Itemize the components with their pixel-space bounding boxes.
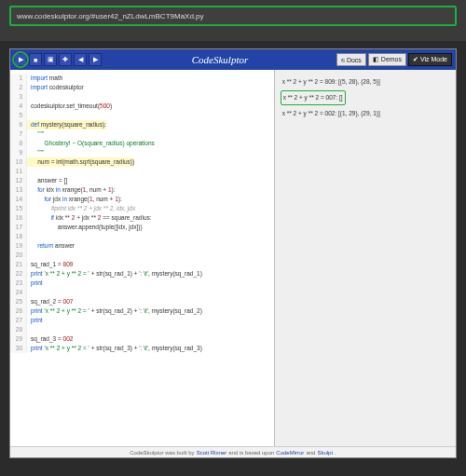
code-line[interactable]: 12 answer = []: [10, 176, 274, 185]
app-window: ▶ ■ ▣ ✚ ◀ ▶ CodeSkulptor ⎋ Docs ◧ Demos …: [9, 48, 457, 458]
line-number: 23: [10, 279, 27, 288]
output-line: x ** 2 + y ** 2 = 007: []: [281, 90, 346, 105]
code-text: codeskulptor.set_timeout(500): [27, 102, 112, 111]
code-text: sq_rad_3 = 002: [27, 334, 73, 344]
line-number: 14: [10, 195, 27, 204]
code-line[interactable]: 24: [10, 288, 274, 297]
open-icon: ▣: [48, 56, 54, 63]
line-number: 24: [10, 288, 27, 297]
code-text: sq_rad_1 = 809: [27, 260, 73, 269]
line-number: 4: [10, 102, 27, 111]
save-button[interactable]: ■: [29, 53, 42, 66]
line-number: 15: [10, 204, 27, 213]
docs-button[interactable]: ⎋ Docs: [336, 53, 366, 66]
code-text: print 'x ** 2 + y ** 2 = ' + str(sq_rad_…: [27, 269, 202, 279]
code-line[interactable]: 5: [10, 111, 274, 120]
code-text: answer = []: [27, 176, 67, 185]
line-number: 19: [10, 241, 27, 251]
output-line: x ** 2 + y ** 2 = 809: [(5, 28), (28, 5)…: [281, 75, 450, 88]
code-line[interactable]: 16 if idx ** 2 + jdx ** 2 == square_radi…: [10, 213, 274, 223]
code-line[interactable]: 11: [10, 167, 274, 176]
code-line[interactable]: 13 for idx in xrange(1, num + 1):: [10, 185, 274, 195]
line-number: 1: [10, 74, 27, 83]
line-number: 12: [10, 176, 27, 185]
code-text: print 'x ** 2 + y ** 2 = ' + str(sq_rad_…: [27, 306, 202, 316]
code-text: [27, 232, 33, 241]
code-line[interactable]: 21sq_rad_1 = 809: [10, 260, 274, 269]
line-number: 20: [10, 251, 27, 260]
code-line[interactable]: 29sq_rad_3 = 002: [10, 334, 274, 344]
code-text: print: [27, 279, 43, 288]
code-text: if idx ** 2 + jdx ** 2 == square_radius:: [27, 213, 152, 223]
output-line: x ** 2 + y ** 2 = 002: [(1, 29), (29, 1)…: [281, 107, 450, 120]
code-line[interactable]: 10 num = int(math.sqrt(square_radius)): [10, 157, 274, 167]
run-button[interactable]: ▶: [14, 53, 27, 66]
code-line[interactable]: 22print 'x ** 2 + y ** 2 = ' + str(sq_ra…: [10, 269, 274, 279]
code-line[interactable]: 15 #print idx ** 2 + jdx ** 2, idx, jdx: [10, 204, 274, 213]
footer-link-skulpt[interactable]: Skulpt: [317, 450, 333, 456]
line-number: 13: [10, 185, 27, 195]
line-number: 22: [10, 269, 27, 279]
code-line[interactable]: 2import codeskulptor: [10, 83, 274, 92]
code-line[interactable]: 26print 'x ** 2 + y ** 2 = ' + str(sq_ra…: [10, 306, 274, 316]
line-number: 25: [10, 297, 27, 306]
code-text: [27, 288, 33, 297]
right-icon: ▶: [93, 56, 98, 63]
code-line[interactable]: 9 """: [10, 148, 274, 157]
code-line[interactable]: 8 Ghostery! ~ O(square_radius) operation…: [10, 139, 274, 148]
line-number: 10: [10, 157, 27, 167]
line-number: 9: [10, 148, 27, 157]
code-text: for idx in xrange(1, num + 1):: [27, 185, 116, 195]
line-number: 2: [10, 83, 27, 92]
line-number: 3: [10, 92, 27, 102]
open-button[interactable]: ▣: [44, 53, 57, 66]
footer-link-codemirror[interactable]: CodeMirror: [276, 450, 304, 456]
footer-link-author[interactable]: Scott Rixner: [197, 450, 227, 456]
line-number: 6: [10, 120, 27, 129]
code-text: Ghostery! ~ O(square_radius) operations: [27, 139, 155, 148]
line-number: 16: [10, 213, 27, 223]
line-number: 30: [10, 344, 27, 353]
code-line[interactable]: 14 for jdx in xrange(1, num + 1):: [10, 195, 274, 204]
browser-chrome: www.codeskulptor.org/#user42_nZLdwLmBCT9…: [0, 0, 466, 41]
left-icon: ◀: [78, 56, 83, 63]
demos-button[interactable]: ◧ Demos: [368, 53, 406, 66]
code-text: print: [27, 316, 43, 325]
code-editor[interactable]: 1import math2import codeskulptor3 4codes…: [10, 70, 275, 446]
next-button[interactable]: ▶: [89, 53, 102, 66]
code-line[interactable]: 27print: [10, 316, 274, 325]
code-line[interactable]: 18: [10, 232, 274, 241]
code-text: return answer: [27, 241, 75, 251]
code-line[interactable]: 30print 'x ** 2 + y ** 2 = ' + str(sq_ra…: [10, 344, 274, 353]
code-line[interactable]: 1import math: [10, 74, 274, 83]
code-text: """: [27, 148, 44, 157]
prev-button[interactable]: ◀: [74, 53, 87, 66]
code-line[interactable]: 19 return answer: [10, 241, 274, 251]
code-line[interactable]: 6def mystery(square_radius):: [10, 120, 274, 129]
address-bar[interactable]: www.codeskulptor.org/#user42_nZLdwLmBCT9…: [9, 6, 457, 26]
viz-mode-button[interactable]: ✔ Viz Mode: [408, 53, 452, 66]
code-text: [27, 251, 33, 260]
code-line[interactable]: 3: [10, 92, 274, 102]
line-number: 11: [10, 167, 27, 176]
code-text: num = int(math.sqrt(square_radius)): [27, 157, 134, 167]
line-number: 29: [10, 334, 27, 344]
code-text: def mystery(square_radius):: [27, 120, 106, 129]
code-text: [27, 167, 33, 176]
code-line[interactable]: 20: [10, 251, 274, 260]
url-text: www.codeskulptor.org/#user42_nZLdwLmBCT9…: [17, 12, 204, 20]
code-text: print 'x ** 2 + y ** 2 = ' + str(sq_rad_…: [27, 344, 202, 353]
code-line[interactable]: 23print: [10, 279, 274, 288]
code-text: answer.append(tuple([idx, jdx])): [27, 223, 143, 232]
code-line[interactable]: 28: [10, 325, 274, 334]
line-number: 7: [10, 129, 27, 139]
line-number: 5: [10, 111, 27, 120]
footer: CodeSkulptor was built by Scott Rixner a…: [10, 446, 456, 457]
code-line[interactable]: 4codeskulptor.set_timeout(500): [10, 102, 274, 111]
code-line[interactable]: 17 answer.append(tuple([idx, jdx])): [10, 223, 274, 232]
code-line[interactable]: 25sq_rad_2 = 007: [10, 297, 274, 306]
code-line[interactable]: 7 """: [10, 129, 274, 139]
code-text: [27, 92, 33, 102]
code-text: [27, 325, 33, 334]
fresh-button[interactable]: ✚: [59, 53, 72, 66]
